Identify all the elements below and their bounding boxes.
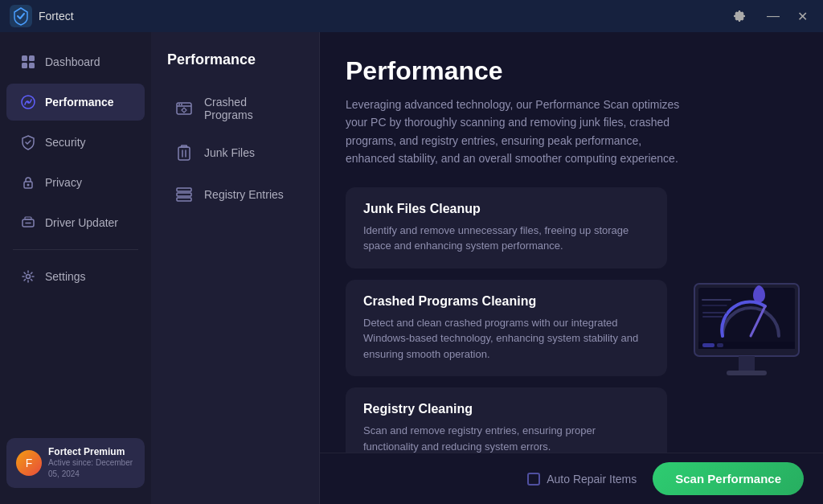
close-button[interactable]: ✕ xyxy=(791,5,813,27)
minimize-button[interactable]: — xyxy=(762,5,784,27)
svg-point-15 xyxy=(178,104,180,105)
settings-titlebar-button[interactable] xyxy=(728,5,751,27)
sidebar-label-security: Security xyxy=(45,136,86,149)
subnav-label-registry-entries: Registry Entries xyxy=(204,188,284,201)
subnav-label-crashed-programs: Crashed Programs xyxy=(204,96,297,121)
sidebar-item-dashboard[interactable]: Dashboard xyxy=(6,43,145,80)
dashboard-icon xyxy=(19,53,37,71)
feature-card-desc-registry: Scan and remove registry entries, ensuri… xyxy=(363,423,649,453)
svg-point-12 xyxy=(27,275,31,279)
svg-rect-20 xyxy=(177,188,191,191)
junk-files-icon xyxy=(174,142,194,163)
user-card[interactable]: F Fortect Premium Active since: December… xyxy=(6,438,145,488)
sidebar-item-performance[interactable]: Performance xyxy=(6,84,145,121)
content-description: Leveraging advanced technology, our Perf… xyxy=(346,96,683,168)
bottom-bar: Auto Repair Items Scan Performance xyxy=(320,453,823,504)
svg-point-6 xyxy=(27,101,30,104)
content-area: Performance Leveraging advanced technolo… xyxy=(320,32,823,453)
subnav-item-junk-files[interactable]: Junk Files xyxy=(158,133,313,173)
app-name: Fortect xyxy=(39,10,74,23)
sidebar-divider xyxy=(13,249,138,250)
svg-rect-31 xyxy=(702,316,723,318)
driver-icon xyxy=(19,214,37,232)
app-logo-icon xyxy=(10,5,32,27)
user-status: Active since: December 05, 2024 xyxy=(48,457,135,480)
feature-card-junk-files: Junk Files Cleanup Identify and remove u… xyxy=(346,187,667,268)
subnav-item-crashed-programs[interactable]: Crashed Programs xyxy=(158,86,313,131)
sidebar-label-privacy: Privacy xyxy=(45,176,82,189)
auto-repair-label: Auto Repair Items xyxy=(547,473,637,486)
svg-rect-4 xyxy=(29,63,35,68)
scan-performance-button[interactable]: Scan Performance xyxy=(653,462,804,495)
svg-rect-2 xyxy=(29,55,35,61)
user-info: Fortect Premium Active since: December 0… xyxy=(48,446,135,480)
subnav-item-registry-entries[interactable]: Registry Entries xyxy=(158,174,313,215)
svg-rect-26 xyxy=(727,371,767,375)
sidebar-label-settings: Settings xyxy=(45,270,86,283)
auto-repair-container[interactable]: Auto Repair Items xyxy=(527,473,637,486)
sidebar-spacer xyxy=(0,297,151,432)
performance-icon xyxy=(19,93,37,111)
svg-rect-24 xyxy=(698,288,795,349)
sidebar-label-driver-updater: Driver Updater xyxy=(45,216,118,229)
svg-rect-1 xyxy=(22,55,27,61)
user-avatar: F xyxy=(16,450,42,476)
feature-card-crashed-programs: Crashed Programs Cleaning Detect and cle… xyxy=(346,280,667,377)
feature-card-desc-crashed: Detect and clean crashed programs with o… xyxy=(363,315,649,363)
subnav: Performance Crashed Programs xyxy=(151,32,320,504)
sidebar-item-settings[interactable]: Settings xyxy=(6,258,145,295)
svg-point-8 xyxy=(27,184,30,186)
title-bar-left: Fortect xyxy=(10,5,74,27)
title-bar-controls: — ✕ xyxy=(728,5,813,27)
feature-card-title-crashed: Crashed Programs Cleaning xyxy=(363,294,649,309)
svg-rect-21 xyxy=(177,193,191,196)
svg-rect-3 xyxy=(22,63,27,68)
svg-rect-33 xyxy=(702,343,714,347)
sidebar-label-performance: Performance xyxy=(45,96,114,109)
feature-card-registry: Registry Cleaning Scan and remove regist… xyxy=(346,387,667,453)
sidebar-label-dashboard: Dashboard xyxy=(45,55,100,68)
feature-card-desc-junk: Identify and remove unnecessary files, f… xyxy=(363,223,649,254)
subnav-title: Performance xyxy=(151,45,319,84)
svg-rect-30 xyxy=(702,312,727,313)
main-layout: Dashboard Performance Security xyxy=(0,32,823,504)
svg-rect-17 xyxy=(178,147,190,160)
svg-point-16 xyxy=(181,104,182,105)
subnav-label-junk-files: Junk Files xyxy=(204,146,255,159)
title-bar: Fortect — ✕ xyxy=(0,0,823,32)
sidebar-item-driver-updater[interactable]: Driver Updater xyxy=(6,204,145,241)
privacy-icon xyxy=(19,174,37,191)
sidebar: Dashboard Performance Security xyxy=(0,32,151,504)
sidebar-item-privacy[interactable]: Privacy xyxy=(6,164,145,201)
user-name: Fortect Premium xyxy=(48,446,135,457)
registry-entries-icon xyxy=(174,184,194,205)
feature-card-title-junk: Junk Files Cleanup xyxy=(363,202,649,216)
feature-card-title-registry: Registry Cleaning xyxy=(363,402,649,416)
svg-rect-10 xyxy=(25,217,31,219)
sidebar-item-security[interactable]: Security xyxy=(6,124,145,161)
auto-repair-checkbox[interactable] xyxy=(527,473,540,486)
security-icon xyxy=(19,133,37,151)
svg-rect-22 xyxy=(177,198,191,201)
crashed-programs-icon xyxy=(174,98,194,119)
settings-icon xyxy=(19,268,37,285)
svg-rect-25 xyxy=(739,356,755,371)
content-title: Performance xyxy=(346,56,797,86)
performance-illustration xyxy=(646,219,807,396)
svg-rect-34 xyxy=(717,343,723,347)
